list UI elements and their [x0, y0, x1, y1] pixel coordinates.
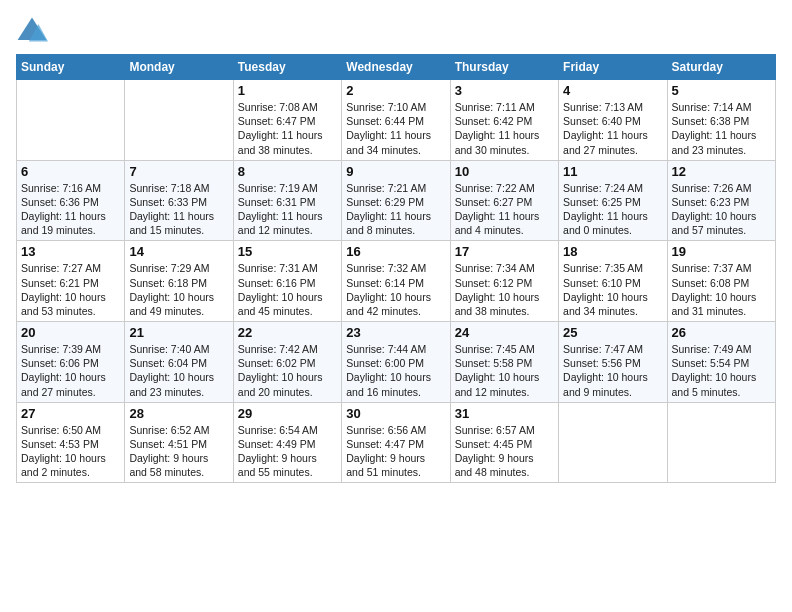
day-info: Sunrise: 7:16 AM Sunset: 6:36 PM Dayligh…: [21, 181, 120, 238]
calendar-week-row: 20Sunrise: 7:39 AM Sunset: 6:06 PM Dayli…: [17, 322, 776, 403]
calendar-cell: 26Sunrise: 7:49 AM Sunset: 5:54 PM Dayli…: [667, 322, 775, 403]
calendar-table: SundayMondayTuesdayWednesdayThursdayFrid…: [16, 54, 776, 483]
calendar-cell: [559, 402, 667, 483]
calendar-cell: 13Sunrise: 7:27 AM Sunset: 6:21 PM Dayli…: [17, 241, 125, 322]
calendar-week-row: 1Sunrise: 7:08 AM Sunset: 6:47 PM Daylig…: [17, 80, 776, 161]
calendar-cell: [667, 402, 775, 483]
day-info: Sunrise: 7:13 AM Sunset: 6:40 PM Dayligh…: [563, 100, 662, 157]
day-info: Sunrise: 7:32 AM Sunset: 6:14 PM Dayligh…: [346, 261, 445, 318]
day-info: Sunrise: 6:54 AM Sunset: 4:49 PM Dayligh…: [238, 423, 337, 480]
day-info: Sunrise: 7:35 AM Sunset: 6:10 PM Dayligh…: [563, 261, 662, 318]
day-number: 26: [672, 325, 771, 340]
calendar-cell: [17, 80, 125, 161]
weekday-header: Friday: [559, 55, 667, 80]
calendar-cell: 27Sunrise: 6:50 AM Sunset: 4:53 PM Dayli…: [17, 402, 125, 483]
calendar-cell: 28Sunrise: 6:52 AM Sunset: 4:51 PM Dayli…: [125, 402, 233, 483]
day-info: Sunrise: 7:34 AM Sunset: 6:12 PM Dayligh…: [455, 261, 554, 318]
calendar-cell: 29Sunrise: 6:54 AM Sunset: 4:49 PM Dayli…: [233, 402, 341, 483]
day-number: 21: [129, 325, 228, 340]
day-number: 15: [238, 244, 337, 259]
day-info: Sunrise: 7:18 AM Sunset: 6:33 PM Dayligh…: [129, 181, 228, 238]
day-info: Sunrise: 7:22 AM Sunset: 6:27 PM Dayligh…: [455, 181, 554, 238]
day-info: Sunrise: 7:10 AM Sunset: 6:44 PM Dayligh…: [346, 100, 445, 157]
day-number: 16: [346, 244, 445, 259]
day-number: 2: [346, 83, 445, 98]
calendar-cell: 11Sunrise: 7:24 AM Sunset: 6:25 PM Dayli…: [559, 160, 667, 241]
day-info: Sunrise: 7:47 AM Sunset: 5:56 PM Dayligh…: [563, 342, 662, 399]
calendar-cell: 23Sunrise: 7:44 AM Sunset: 6:00 PM Dayli…: [342, 322, 450, 403]
day-info: Sunrise: 7:08 AM Sunset: 6:47 PM Dayligh…: [238, 100, 337, 157]
day-info: Sunrise: 7:24 AM Sunset: 6:25 PM Dayligh…: [563, 181, 662, 238]
day-info: Sunrise: 7:49 AM Sunset: 5:54 PM Dayligh…: [672, 342, 771, 399]
weekday-header: Tuesday: [233, 55, 341, 80]
weekday-header: Monday: [125, 55, 233, 80]
calendar-cell: 22Sunrise: 7:42 AM Sunset: 6:02 PM Dayli…: [233, 322, 341, 403]
day-info: Sunrise: 6:52 AM Sunset: 4:51 PM Dayligh…: [129, 423, 228, 480]
calendar-cell: [125, 80, 233, 161]
day-info: Sunrise: 7:45 AM Sunset: 5:58 PM Dayligh…: [455, 342, 554, 399]
calendar-cell: 4Sunrise: 7:13 AM Sunset: 6:40 PM Daylig…: [559, 80, 667, 161]
day-info: Sunrise: 6:57 AM Sunset: 4:45 PM Dayligh…: [455, 423, 554, 480]
day-number: 25: [563, 325, 662, 340]
calendar-week-row: 27Sunrise: 6:50 AM Sunset: 4:53 PM Dayli…: [17, 402, 776, 483]
calendar-cell: 30Sunrise: 6:56 AM Sunset: 4:47 PM Dayli…: [342, 402, 450, 483]
calendar-cell: 25Sunrise: 7:47 AM Sunset: 5:56 PM Dayli…: [559, 322, 667, 403]
calendar-cell: 14Sunrise: 7:29 AM Sunset: 6:18 PM Dayli…: [125, 241, 233, 322]
weekday-header: Wednesday: [342, 55, 450, 80]
day-number: 4: [563, 83, 662, 98]
calendar-cell: 9Sunrise: 7:21 AM Sunset: 6:29 PM Daylig…: [342, 160, 450, 241]
calendar-cell: 16Sunrise: 7:32 AM Sunset: 6:14 PM Dayli…: [342, 241, 450, 322]
calendar-cell: 12Sunrise: 7:26 AM Sunset: 6:23 PM Dayli…: [667, 160, 775, 241]
day-number: 5: [672, 83, 771, 98]
day-number: 19: [672, 244, 771, 259]
day-number: 17: [455, 244, 554, 259]
day-info: Sunrise: 7:37 AM Sunset: 6:08 PM Dayligh…: [672, 261, 771, 318]
day-number: 30: [346, 406, 445, 421]
day-info: Sunrise: 7:44 AM Sunset: 6:00 PM Dayligh…: [346, 342, 445, 399]
calendar-cell: 21Sunrise: 7:40 AM Sunset: 6:04 PM Dayli…: [125, 322, 233, 403]
calendar-week-row: 13Sunrise: 7:27 AM Sunset: 6:21 PM Dayli…: [17, 241, 776, 322]
day-number: 6: [21, 164, 120, 179]
day-info: Sunrise: 7:29 AM Sunset: 6:18 PM Dayligh…: [129, 261, 228, 318]
day-number: 27: [21, 406, 120, 421]
calendar-cell: 19Sunrise: 7:37 AM Sunset: 6:08 PM Dayli…: [667, 241, 775, 322]
day-info: Sunrise: 7:21 AM Sunset: 6:29 PM Dayligh…: [346, 181, 445, 238]
calendar-header-row: SundayMondayTuesdayWednesdayThursdayFrid…: [17, 55, 776, 80]
logo: [16, 16, 52, 44]
day-number: 20: [21, 325, 120, 340]
weekday-header: Sunday: [17, 55, 125, 80]
weekday-header: Saturday: [667, 55, 775, 80]
day-number: 14: [129, 244, 228, 259]
day-number: 3: [455, 83, 554, 98]
day-number: 11: [563, 164, 662, 179]
day-info: Sunrise: 6:56 AM Sunset: 4:47 PM Dayligh…: [346, 423, 445, 480]
calendar-cell: 3Sunrise: 7:11 AM Sunset: 6:42 PM Daylig…: [450, 80, 558, 161]
day-number: 13: [21, 244, 120, 259]
day-number: 7: [129, 164, 228, 179]
calendar-cell: 20Sunrise: 7:39 AM Sunset: 6:06 PM Dayli…: [17, 322, 125, 403]
day-number: 18: [563, 244, 662, 259]
day-info: Sunrise: 7:42 AM Sunset: 6:02 PM Dayligh…: [238, 342, 337, 399]
calendar-cell: 7Sunrise: 7:18 AM Sunset: 6:33 PM Daylig…: [125, 160, 233, 241]
day-info: Sunrise: 7:40 AM Sunset: 6:04 PM Dayligh…: [129, 342, 228, 399]
day-number: 28: [129, 406, 228, 421]
day-info: Sunrise: 7:31 AM Sunset: 6:16 PM Dayligh…: [238, 261, 337, 318]
page-header: [16, 16, 776, 44]
day-number: 10: [455, 164, 554, 179]
day-info: Sunrise: 7:11 AM Sunset: 6:42 PM Dayligh…: [455, 100, 554, 157]
calendar-cell: 18Sunrise: 7:35 AM Sunset: 6:10 PM Dayli…: [559, 241, 667, 322]
calendar-cell: 5Sunrise: 7:14 AM Sunset: 6:38 PM Daylig…: [667, 80, 775, 161]
calendar-cell: 1Sunrise: 7:08 AM Sunset: 6:47 PM Daylig…: [233, 80, 341, 161]
day-number: 24: [455, 325, 554, 340]
calendar-cell: 17Sunrise: 7:34 AM Sunset: 6:12 PM Dayli…: [450, 241, 558, 322]
day-info: Sunrise: 7:19 AM Sunset: 6:31 PM Dayligh…: [238, 181, 337, 238]
calendar-cell: 6Sunrise: 7:16 AM Sunset: 6:36 PM Daylig…: [17, 160, 125, 241]
day-number: 12: [672, 164, 771, 179]
calendar-cell: 8Sunrise: 7:19 AM Sunset: 6:31 PM Daylig…: [233, 160, 341, 241]
day-number: 31: [455, 406, 554, 421]
day-number: 8: [238, 164, 337, 179]
day-info: Sunrise: 7:26 AM Sunset: 6:23 PM Dayligh…: [672, 181, 771, 238]
calendar-cell: 2Sunrise: 7:10 AM Sunset: 6:44 PM Daylig…: [342, 80, 450, 161]
day-number: 22: [238, 325, 337, 340]
calendar-cell: 24Sunrise: 7:45 AM Sunset: 5:58 PM Dayli…: [450, 322, 558, 403]
